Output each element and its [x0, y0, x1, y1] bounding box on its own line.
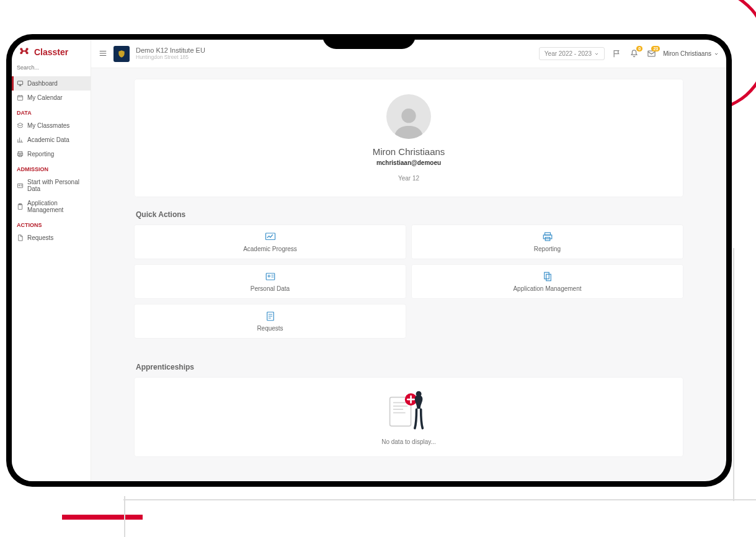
chevron-down-icon [714, 51, 719, 56]
sidebar-item-label: Requests [27, 234, 53, 241]
sidebar-item-requests[interactable]: Requests [12, 231, 91, 245]
chart-icon [17, 136, 24, 143]
svg-rect-1 [17, 95, 22, 100]
qa-label: Reporting [418, 246, 677, 252]
sidebar-item-label: Reporting [27, 151, 54, 158]
clipboard-icon [17, 203, 24, 210]
brand-logo-icon [18, 46, 30, 58]
svg-rect-11 [265, 233, 275, 240]
notifications-button[interactable]: 0 [628, 48, 639, 60]
chart-line-icon [264, 231, 277, 242]
main-area: Demo K12 Institute EU Huntingdon Street … [91, 40, 726, 481]
profile-email: mchristiaan@demoeu [145, 159, 673, 166]
quick-actions-grid: Academic Progress Reporting Personal Dat… [135, 225, 683, 338]
id-card-icon [264, 271, 277, 282]
sidebar-section-admission: ADMISSION [12, 161, 91, 175]
svg-point-10 [401, 109, 416, 123]
decor-vline-2 [733, 248, 734, 501]
person-icon [391, 104, 426, 139]
messages-badge: 23 [651, 46, 660, 51]
qa-label: Personal Data [141, 285, 399, 292]
calendar-icon [17, 94, 24, 101]
sidebar-item-calendar[interactable]: My Calendar [12, 91, 91, 105]
svg-point-16 [268, 275, 270, 277]
brand: Classter [12, 40, 91, 62]
sidebar-item-reporting[interactable]: Reporting [12, 147, 91, 161]
content-scroll[interactable]: Miron Christiaans mchristiaan@demoeu Yea… [91, 68, 726, 481]
monitor-icon [17, 80, 24, 87]
qa-personal-data[interactable]: Personal Data [135, 265, 406, 298]
svg-rect-17 [544, 272, 549, 279]
profile-year: Year 12 [145, 175, 673, 182]
flag-button[interactable] [611, 48, 622, 60]
user-name-label: Miron Christiaans [663, 50, 711, 57]
sidebar: Classter Dashboard My Calendar DATA My C… [12, 40, 91, 481]
empty-text: No data to display... [146, 438, 672, 445]
qa-label: Application Management [418, 285, 677, 292]
empty-illustration [146, 389, 672, 432]
institute-logo [113, 46, 130, 62]
sidebar-item-label: My Classmates [27, 122, 69, 129]
svg-rect-15 [266, 273, 275, 280]
sidebar-item-label: Application Management [27, 200, 86, 213]
printer-icon [17, 151, 24, 158]
sidebar-item-label: Academic Data [27, 136, 69, 143]
file-icon [17, 234, 24, 241]
institute-text: Demo K12 Institute EU Huntingdon Street … [136, 47, 205, 60]
sidebar-item-label: Dashboard [27, 80, 58, 87]
printer-icon [541, 231, 554, 242]
svg-rect-18 [546, 274, 551, 281]
no-data-icon [386, 389, 431, 432]
user-menu-dropdown[interactable]: Miron Christiaans [663, 50, 719, 57]
svg-rect-0 [17, 81, 22, 85]
tablet-frame: Classter Dashboard My Calendar DATA My C… [6, 34, 732, 487]
decor-underline [62, 517, 143, 520]
sidebar-item-personal-data[interactable]: Start with Personal Data [12, 175, 91, 196]
shield-icon [117, 50, 126, 58]
sidebar-section-data: DATA [12, 105, 91, 118]
sidebar-item-label: My Calendar [27, 94, 63, 101]
checklist-icon [264, 311, 277, 322]
apprenticeships-title: Apprenticeships [136, 363, 683, 371]
institute-address: Huntingdon Street 185 [136, 55, 205, 61]
apprenticeships-card: No data to display... [135, 378, 683, 456]
hamburger-icon [99, 49, 107, 58]
messages-button[interactable]: 23 [646, 48, 657, 60]
qa-label: Academic Progress [141, 246, 399, 252]
decor-hline [123, 499, 756, 500]
year-select-dropdown[interactable]: Year 2022 - 2023 [539, 47, 605, 60]
sidebar-item-label: Start with Personal Data [27, 179, 86, 192]
qa-requests[interactable]: Requests [135, 304, 406, 338]
app-container: Classter Dashboard My Calendar DATA My C… [12, 40, 726, 481]
sidebar-section-actions: ACTIONS [12, 217, 91, 231]
sidebar-item-classmates[interactable]: My Classmates [12, 118, 91, 133]
brand-name: Classter [34, 47, 68, 57]
qa-reporting[interactable]: Reporting [412, 225, 683, 259]
flag-icon [612, 49, 621, 58]
documents-icon [541, 271, 554, 282]
graduation-icon [17, 122, 24, 129]
id-card-icon [17, 182, 24, 189]
svg-rect-13 [543, 235, 552, 239]
search-input[interactable] [12, 62, 91, 76]
chevron-down-icon [594, 51, 599, 56]
profile-name: Miron Christiaans [145, 146, 673, 157]
svg-point-22 [416, 391, 422, 397]
qa-academic-progress[interactable]: Academic Progress [135, 225, 406, 259]
hamburger-button[interactable] [99, 49, 107, 59]
sidebar-item-dashboard[interactable]: Dashboard [12, 76, 91, 91]
quick-actions-title: Quick Actions [136, 210, 683, 219]
decor-vline [124, 496, 125, 537]
sidebar-item-academic[interactable]: Academic Data [12, 133, 91, 147]
notifications-badge: 0 [636, 46, 643, 51]
qa-label: Requests [141, 325, 399, 332]
year-selected-label: Year 2022 - 2023 [545, 50, 592, 57]
svg-point-6 [19, 185, 20, 186]
app-screen: Classter Dashboard My Calendar DATA My C… [12, 40, 726, 481]
sidebar-item-application-mgmt[interactable]: Application Management [12, 196, 91, 217]
qa-application-management[interactable]: Application Management [412, 265, 683, 298]
profile-card: Miron Christiaans mchristiaan@demoeu Yea… [135, 79, 683, 197]
tablet-notch [322, 34, 416, 49]
avatar [386, 94, 431, 139]
